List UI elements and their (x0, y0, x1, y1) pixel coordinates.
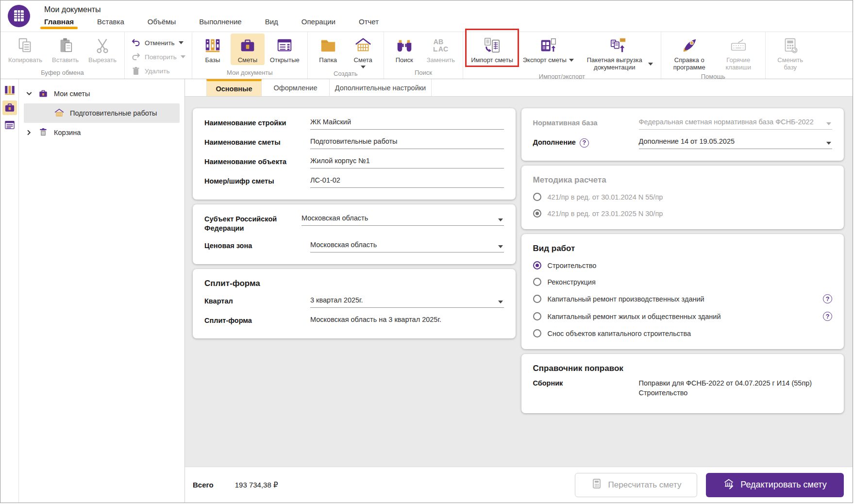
briefcase-icon (38, 88, 49, 99)
stroyka-input[interactable]: ЖК Майский (310, 118, 504, 130)
undo-dropdown-caret-icon[interactable] (179, 41, 184, 44)
smeta-number-input[interactable]: ЛС-01-02 (310, 176, 504, 188)
recalculate-button[interactable]: Пересчитать смету (575, 473, 697, 497)
work-type-demolition[interactable]: Снос объектов капитального строительства (533, 329, 833, 337)
tab-vypolnenie[interactable]: Выполнение (199, 16, 241, 29)
estimates-button[interactable]: Сметы (231, 34, 265, 65)
batch-export-caret-icon[interactable] (648, 63, 653, 66)
tree-item-preparatory-works[interactable]: Подготовительные работы (24, 103, 180, 123)
radio-checked-icon[interactable] (533, 209, 541, 218)
replace-button[interactable]: ABAC Заменить (422, 34, 459, 65)
tab-glavnaya[interactable]: Главная (44, 16, 74, 29)
group-label-change-base (769, 76, 812, 79)
help-icon[interactable]: ? (823, 312, 832, 321)
group-label-clipboard: Буфер обмена (4, 68, 121, 79)
region-select[interactable]: Московская область (301, 214, 504, 226)
radio-unchecked-icon[interactable] (533, 295, 541, 303)
object-name-input[interactable]: Жилой корпус №1 (310, 157, 504, 168)
chevron-down-icon[interactable] (26, 90, 33, 97)
radio-unchecked-icon[interactable] (533, 278, 541, 286)
quarter-select[interactable]: 3 квартал 2025г. (310, 296, 504, 308)
replace-ab-ac-icon: ABAC (434, 36, 448, 55)
split-form-value: Московская область на 3 квартал 2025г. (310, 316, 504, 327)
calculator-icon (591, 478, 603, 492)
method-option-30pr[interactable]: 421/пр в ред. от 23.01.2025 N 30/пр (533, 209, 833, 218)
radio-unchecked-icon[interactable] (533, 329, 541, 337)
copy-button[interactable]: Копировать (4, 34, 47, 65)
method-option-55pr[interactable]: 421/пр в ред. от 30.01.2024 N 55/пр (533, 193, 833, 201)
ribbon-group-import-export: Импорт сметы Экспорт сметы Пакетная выгр… (463, 32, 661, 79)
delete-button[interactable]: Удалить (128, 65, 173, 77)
field-smeta-number: Номер/шифр сметы ЛС-01-02 (204, 176, 504, 188)
house-icon (54, 108, 65, 118)
rail-bases-icon[interactable] (2, 83, 17, 98)
edit-estimate-button[interactable]: Редактировать смету (706, 473, 844, 497)
about-button[interactable]: Справка о программе (665, 34, 714, 72)
export-estimate-button[interactable]: Экспорт сметы (519, 34, 578, 65)
open-docs-button[interactable]: Открытые (266, 34, 304, 65)
card-normative-base: Нормативная база Федеральная сметная нор… (521, 108, 844, 161)
method-title: Методика расчета (533, 175, 833, 185)
radio-unchecked-icon[interactable] (533, 312, 541, 320)
undo-icon (131, 38, 141, 48)
tree-item-my-estimates[interactable]: Мои сметы (19, 84, 184, 103)
card-work-type: Вид работ Строительство Реконструкция Ка… (521, 234, 844, 349)
work-type-capital-repair-industrial[interactable]: Капитальный ремонт производственных здан… (533, 294, 833, 303)
work-type-capital-repair-residential[interactable]: Капитальный ремонт жилых и общественных … (533, 312, 833, 321)
redo-dropdown-caret-icon[interactable] (181, 55, 185, 58)
app-logo-icon[interactable] (7, 4, 31, 28)
paste-button[interactable]: Вставить (48, 34, 83, 65)
content-area: Основные Оформление Дополнительные настр… (185, 79, 853, 503)
ribbon-group-my-documents: Базы Сметы Открытые Мои документы (192, 32, 308, 79)
left-column: Наименование стройки ЖК Майский Наименов… (193, 108, 516, 467)
undo-button[interactable]: Отменить (128, 36, 186, 49)
calculator-refresh-icon (781, 36, 800, 55)
tab-otchet[interactable]: Отчет (359, 16, 379, 29)
bases-button[interactable]: Базы (196, 34, 230, 65)
redo-button[interactable]: Повторить (128, 50, 188, 63)
open-document-icon (275, 36, 294, 55)
work-type-construction[interactable]: Строительство (533, 261, 833, 269)
tab-vid[interactable]: Вид (265, 16, 278, 29)
radio-unchecked-icon[interactable] (533, 193, 541, 201)
tab-osnovnye[interactable]: Основные (206, 79, 262, 96)
rail-estimates-icon[interactable] (2, 101, 17, 115)
corrections-title: Справочник поправок (533, 364, 833, 373)
batch-export-button[interactable]: Пакетная выгрузка документации (579, 34, 657, 72)
total-label: Всего (193, 481, 214, 489)
card-method: Методика расчета 421/пр в ред. от 30.01.… (521, 166, 844, 229)
keyboard-icon (729, 36, 748, 55)
card-split-form: Сплит-форма Квартал 3 квартал 2025г. Спл… (193, 269, 516, 338)
total-value: 193 734,38 ₽ (235, 481, 278, 489)
work-type-reconstruction[interactable]: Реконструкция (533, 278, 833, 286)
field-price-zone: Ценовая зона Московская область (204, 241, 504, 252)
ribbon-tab-strip: Главная Вставка Объёмы Выполнение Вид Оп… (44, 16, 402, 29)
create-estimate-button[interactable]: Смета (346, 34, 380, 69)
price-zone-select[interactable]: Московская область (310, 241, 504, 252)
card-corrections: Справочник поправок Сборник Поправки для… (521, 354, 844, 413)
field-normative-base: Нормативная база Федеральная сметная нор… (533, 118, 833, 130)
tab-obyomy[interactable]: Объёмы (148, 16, 176, 29)
create-folder-button[interactable]: Папка (311, 34, 345, 65)
cut-button[interactable]: Вырезать (84, 34, 121, 65)
chevron-right-icon[interactable] (26, 129, 33, 136)
hotkeys-button[interactable]: Горячие клавиши (715, 34, 762, 72)
window-title: Мои документы (44, 5, 402, 14)
document-tab-strip: Основные Оформление Дополнительные настр… (185, 79, 853, 97)
rail-open-docs-icon[interactable] (2, 118, 17, 133)
search-button[interactable]: Поиск (387, 34, 421, 65)
create-estimate-caret-icon[interactable] (361, 66, 366, 68)
tab-oformlenie[interactable]: Оформление (262, 79, 330, 96)
tab-vstavka[interactable]: Вставка (97, 16, 124, 29)
tab-operacii[interactable]: Операции (301, 16, 335, 29)
tab-dop-nastroyki[interactable]: Дополнительные настройки (330, 79, 432, 96)
smeta-name-input[interactable]: Подготовительные работы (310, 137, 504, 149)
radio-checked-icon[interactable] (533, 261, 541, 269)
change-base-button[interactable]: Сменить базу (769, 34, 812, 72)
supplement-help-icon[interactable]: ? (580, 138, 589, 148)
export-caret-icon[interactable] (569, 59, 574, 62)
import-estimate-button[interactable]: Импорт сметы (467, 34, 518, 65)
help-icon[interactable]: ? (823, 294, 832, 303)
supplement-select[interactable]: Дополнение 14 от 19.05.2025 (639, 137, 833, 149)
tree-item-trash[interactable]: Корзина (19, 123, 184, 142)
